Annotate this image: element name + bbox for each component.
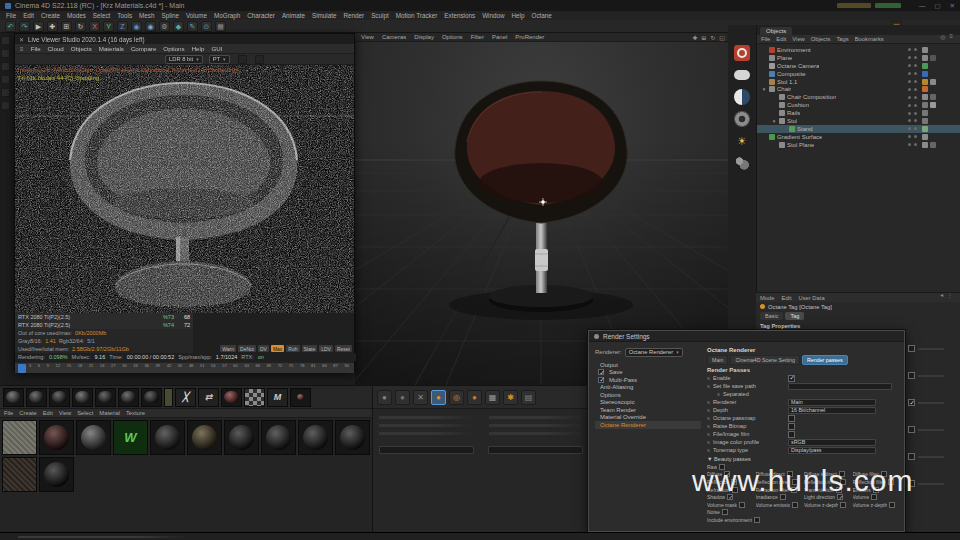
toolbar-icon[interactable]: ↶ xyxy=(5,21,16,32)
material-shelf-item[interactable] xyxy=(244,388,265,407)
material-shelf-item[interactable] xyxy=(164,388,173,407)
settings-section[interactable]: Options xyxy=(595,391,701,399)
menubar-item[interactable]: Simulate xyxy=(312,12,337,19)
object-tree-row[interactable]: Composite xyxy=(757,70,960,78)
settings-tab[interactable]: Render passes xyxy=(802,355,848,365)
lv-stat-button[interactable]: LDV xyxy=(319,345,333,352)
palette-icon[interactable] xyxy=(1,36,10,45)
object-tree-row[interactable]: Stol Plane xyxy=(757,141,960,149)
viewport-menu-item[interactable]: ProRender xyxy=(515,34,544,40)
viewport-menu-item[interactable]: Display xyxy=(414,34,434,40)
attribute-menu-item[interactable]: User Data xyxy=(799,295,825,301)
field-checkbox[interactable] xyxy=(788,431,795,438)
settings-section[interactable]: Stereoscopic xyxy=(595,399,701,407)
field-value-dropdown[interactable]: Main xyxy=(788,399,876,406)
object-tree-row[interactable]: Gradient Surface xyxy=(757,133,960,141)
timeline[interactable]: 0369121518212427303336394245485154576063… xyxy=(15,362,354,373)
material-shelf-item[interactable]: M xyxy=(267,388,288,407)
lv-stat-button[interactable]: Max xyxy=(271,345,284,352)
menubar-item[interactable]: Window xyxy=(482,12,504,19)
settings-section[interactable]: Anti-Aliasing xyxy=(595,384,701,392)
object-tags[interactable] xyxy=(922,110,958,116)
expand-arrow-icon[interactable]: ▾ xyxy=(761,86,767,92)
field-checkbox[interactable] xyxy=(788,423,795,430)
menu-icon[interactable]: ≡ xyxy=(20,45,24,52)
lv-stat-button[interactable]: DeNoi xyxy=(238,345,256,352)
menubar-item[interactable]: Tools xyxy=(117,12,132,19)
visibility-dots[interactable] xyxy=(904,112,920,115)
material-shelf-item[interactable] xyxy=(72,388,93,407)
material-swatch[interactable]: W xyxy=(113,420,148,455)
object-tags[interactable] xyxy=(922,118,958,124)
close-icon[interactable]: ✕ xyxy=(19,36,24,43)
viewport-menu-item[interactable]: View xyxy=(361,34,374,40)
object-menu-item[interactable]: File xyxy=(761,36,770,42)
toolbar-icon[interactable]: ⚙ xyxy=(159,21,170,32)
material-menu-item[interactable]: Select xyxy=(77,410,93,416)
menubar-item[interactable]: Mesh xyxy=(139,12,154,19)
object-tags[interactable] xyxy=(922,71,958,77)
visibility-dots[interactable] xyxy=(904,143,920,146)
material-shelf-item[interactable] xyxy=(49,388,70,407)
palette-icon[interactable] xyxy=(1,75,10,84)
option-checkbox[interactable] xyxy=(908,345,915,352)
object-menu-item[interactable]: Objects xyxy=(811,36,831,42)
material-menu-item[interactable]: Create xyxy=(19,410,36,416)
menubar-item[interactable]: MoGraph xyxy=(214,12,240,19)
octane-toolbar-icon[interactable]: ▤ xyxy=(521,390,536,405)
object-menu-item[interactable]: Tags xyxy=(836,36,848,42)
object-tree-row[interactable]: Environment xyxy=(757,46,960,54)
live-viewer-menu-item[interactable]: Help xyxy=(192,45,205,52)
material-swatch[interactable] xyxy=(2,457,37,492)
material-shelf-item[interactable] xyxy=(3,388,24,407)
octane-toolbar-icon[interactable]: ● xyxy=(431,390,446,405)
render-view[interactable]: meshes.Grd, MeshGenObjs, Updating Mesh1 … xyxy=(15,65,354,313)
material-shelf-item[interactable] xyxy=(290,388,311,407)
lv-stat-button[interactable]: Roh xyxy=(286,345,299,352)
close-button[interactable]: ✕ xyxy=(950,2,955,10)
pass-checkbox[interactable] xyxy=(840,502,846,508)
visibility-dots[interactable] xyxy=(904,96,920,99)
live-viewer-menu-item[interactable]: GUI xyxy=(211,45,222,52)
text-field[interactable] xyxy=(488,446,583,454)
palette-icon[interactable] xyxy=(1,49,10,58)
viewport-menu-item[interactable]: Panel xyxy=(492,34,507,40)
toolbar-icon[interactable]: ↷ xyxy=(19,21,30,32)
material-swatch[interactable] xyxy=(261,420,296,455)
material-swatch[interactable] xyxy=(39,420,74,455)
lv-toolbar-icon[interactable] xyxy=(255,55,264,64)
format-dropdown[interactable]: LDR 8 bit xyxy=(165,55,203,64)
field-value-dropdown[interactable]: Display/pass xyxy=(788,447,876,454)
menubar-item[interactable]: Volume xyxy=(186,12,207,19)
octane-toolbar-icon[interactable]: ◎ xyxy=(449,390,464,405)
object-tags[interactable] xyxy=(922,126,958,132)
palette-icon[interactable] xyxy=(1,101,10,110)
octane-toolbar-icon[interactable]: ● xyxy=(467,390,482,405)
section-checkbox[interactable] xyxy=(598,377,604,383)
lv-stat-button[interactable]: DV xyxy=(258,345,269,352)
menubar-item[interactable]: Sculpt xyxy=(371,12,389,19)
octane-toolbar-icon[interactable]: ▦ xyxy=(485,390,500,405)
material-swatch[interactable] xyxy=(224,420,259,455)
filter-icon[interactable]: ≡ xyxy=(949,33,953,39)
field-value-dropdown[interactable]: 16 Bit/channel xyxy=(788,407,876,414)
live-viewer-menu-item[interactable]: Cloud xyxy=(48,45,64,52)
toolbar-icon[interactable]: X xyxy=(89,21,100,32)
menubar-item[interactable]: Octane xyxy=(532,12,552,19)
material-swatch[interactable] xyxy=(39,457,74,492)
octane-dock-icon[interactable]: ☀ xyxy=(734,133,750,149)
section-checkbox[interactable] xyxy=(598,369,604,375)
field-checkbox[interactable] xyxy=(788,375,795,382)
beauty-passes-header[interactable]: ▼ Beauty passes xyxy=(707,456,901,462)
menubar-item[interactable]: Extensions xyxy=(444,12,475,19)
field-text-input[interactable] xyxy=(788,383,892,390)
octane-dock-icon[interactable] xyxy=(734,111,750,127)
attribute-tab[interactable]: Basic xyxy=(760,312,783,320)
timeline-playhead[interactable] xyxy=(18,364,26,373)
renderer-dropdown[interactable]: Octane Renderer xyxy=(625,348,683,357)
visibility-dots[interactable] xyxy=(904,48,920,51)
object-tags[interactable] xyxy=(922,55,958,61)
lv-stat-button[interactable]: State xyxy=(302,345,318,352)
toolbar-icon[interactable]: ◆ xyxy=(173,21,184,32)
octane-dock-icon[interactable] xyxy=(734,155,750,171)
